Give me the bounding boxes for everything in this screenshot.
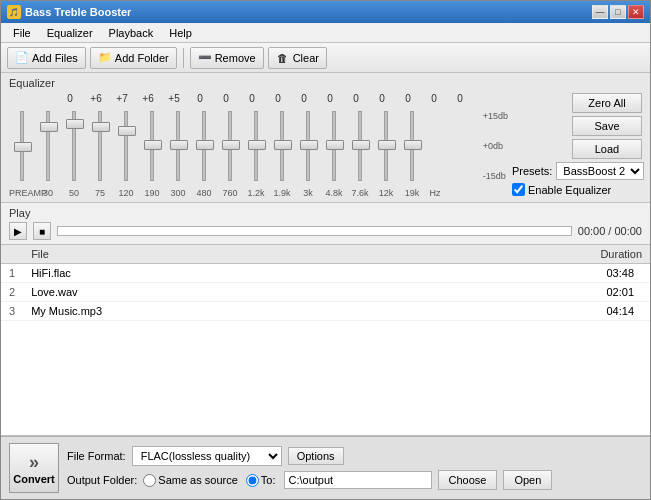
freq-labels-row: PREAMP 30 50 75 120 190 300 480 760 1.2k… [9,188,508,198]
eq-val-13: 0 [395,93,421,104]
play-controls: ▶ ■ 00:00 / 00:00 [9,222,642,240]
eq-30-thumb[interactable] [40,122,58,132]
eq-300-channel [165,106,191,186]
db-label-mid: +0db [483,141,508,151]
eq-19k-thumb[interactable] [404,140,422,150]
eq-75-thumb[interactable] [92,122,110,132]
eq-19k-track [410,111,414,181]
eq-4k8-thumb[interactable] [326,140,344,150]
eq-50-thumb[interactable] [66,119,84,129]
eq-190-thumb[interactable] [144,140,162,150]
col-num-header [1,245,23,264]
freq-hz: Hz [425,188,445,198]
eq-3k-channel [295,106,321,186]
eq-120-thumb[interactable] [118,126,136,136]
preset-select[interactable]: BassBoost 2 Default Rock Pop Jazz Classi… [556,162,644,180]
options-button[interactable]: Options [288,447,344,465]
close-button[interactable]: ✕ [628,5,644,19]
eq-300-thumb[interactable] [170,140,188,150]
progress-bar[interactable] [57,226,572,236]
eq-val-10: 0 [317,93,343,104]
stop-button[interactable]: ■ [33,222,51,240]
eq-3k-track [306,111,310,181]
freq-120: 120 [113,188,139,198]
eq-sliders-area: 0 +6 +7 +6 +5 0 0 0 0 0 0 0 0 [9,93,508,198]
eq-val-11: 0 [343,93,369,104]
zero-all-button[interactable]: Zero All [572,93,642,113]
format-select[interactable]: FLAC(lossless quality) MP3 WAV AAC OGG [132,446,282,466]
toolbar: 📄 Add Files 📁 Add Folder ➖ Remove 🗑 Clea… [1,43,650,73]
eq-3k-thumb[interactable] [300,140,318,150]
cell-duration: 04:14 [400,302,650,321]
eq-val-6: 0 [213,93,239,104]
eq-30-channel [35,106,61,186]
menu-playback[interactable]: Playback [101,25,162,41]
maximize-button[interactable]: □ [610,5,626,19]
freq-12k: 12k [373,188,399,198]
freq-3k: 3k [295,188,321,198]
freq-19k: 19k [399,188,425,198]
cell-file: HiFi.flac [23,264,400,283]
eq-sliders-row: +15db +0db -15db [9,106,508,186]
eq-1k2-channel [243,106,269,186]
eq-val-7: 0 [239,93,265,104]
presets-label: Presets: [512,165,552,177]
output-label: Output Folder: [67,474,137,486]
window-title: Bass Treble Booster [25,6,131,18]
convert-button[interactable]: » Convert [9,443,59,493]
main-window: 🎵 Bass Treble Booster — □ ✕ File Equaliz… [0,0,651,500]
clear-icon: 🗑 [276,51,290,65]
radio-to-input[interactable] [246,474,259,487]
play-button[interactable]: ▶ [9,222,27,240]
eq-50-channel [61,106,87,186]
table-row[interactable]: 3 My Music.mp3 04:14 [1,302,650,321]
menu-file[interactable]: File [5,25,39,41]
eq-480-thumb[interactable] [196,140,214,150]
eq-1k9-thumb[interactable] [274,140,292,150]
cell-duration: 02:01 [400,283,650,302]
freq-1k2: 1.2k [243,188,269,198]
enable-eq-checkbox[interactable] [512,183,525,196]
table-row[interactable]: 1 HiFi.flac 03:48 [1,264,650,283]
eq-760-thumb[interactable] [222,140,240,150]
equalizer-label: Equalizer [9,77,642,89]
format-row: File Format: FLAC(lossless quality) MP3 … [67,446,642,466]
format-label: File Format: [67,450,126,462]
convert-label: Convert [13,473,55,485]
eq-12k-thumb[interactable] [378,140,396,150]
open-button[interactable]: Open [503,470,552,490]
choose-button[interactable]: Choose [438,470,498,490]
eq-val-12: 0 [369,93,395,104]
freq-4k8: 4.8k [321,188,347,198]
add-folder-button[interactable]: 📁 Add Folder [90,47,177,69]
output-row: Output Folder: Same as source To: [67,470,642,490]
menu-equalizer[interactable]: Equalizer [39,25,101,41]
eq-7k6-thumb[interactable] [352,140,370,150]
eq-1k2-thumb[interactable] [248,140,266,150]
output-path-input[interactable] [284,471,432,489]
menu-help[interactable]: Help [161,25,200,41]
file-list-section: File Duration 1 HiFi.flac 03:48 2 Love.w… [1,245,650,436]
equalizer-body: 0 +6 +7 +6 +5 0 0 0 0 0 0 0 0 [9,93,642,198]
eq-7k6-track [358,111,362,181]
cell-file: Love.wav [23,283,400,302]
eq-190-track [150,111,154,181]
minimize-button[interactable]: — [592,5,608,19]
load-button[interactable]: Load [572,139,642,159]
remove-button[interactable]: ➖ Remove [190,47,264,69]
cell-num: 1 [1,264,23,283]
eq-12k-channel [373,106,399,186]
eq-val-4: +5 [161,93,187,104]
convert-arrows-icon: » [29,452,39,473]
eq-4k8-channel [321,106,347,186]
add-files-button[interactable]: 📄 Add Files [7,47,86,69]
table-row[interactable]: 2 Love.wav 02:01 [1,283,650,302]
eq-preamp-thumb[interactable] [14,142,32,152]
radio-same-source-input[interactable] [143,474,156,487]
content-area: Equalizer 0 +6 +7 +6 +5 0 0 [1,73,650,499]
db-label-bot: -15db [483,171,508,181]
clear-button[interactable]: 🗑 Clear [268,47,327,69]
cell-file: My Music.mp3 [23,302,400,321]
save-button[interactable]: Save [572,116,642,136]
freq-300: 300 [165,188,191,198]
